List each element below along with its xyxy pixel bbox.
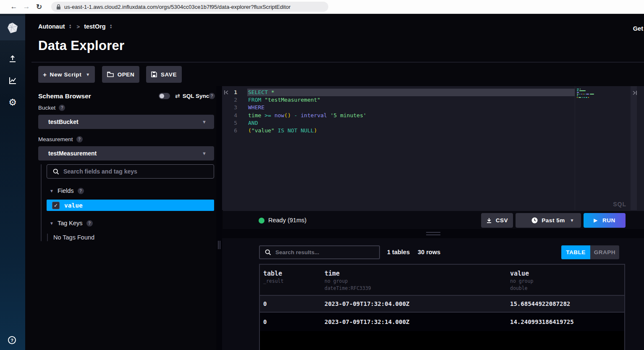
results-search-input[interactable] xyxy=(275,249,368,255)
column-header: valueno groupdouble xyxy=(507,265,624,295)
schema-search-box xyxy=(47,164,214,179)
line-number: 5 xyxy=(222,119,241,127)
schema-search-input[interactable] xyxy=(63,168,189,175)
influxdb-logo[interactable] xyxy=(0,16,25,40)
field-item-label: value xyxy=(64,202,83,209)
browser-reload-icon[interactable]: ↻ xyxy=(33,3,45,11)
breadcrumb-org[interactable]: testOrg xyxy=(84,23,106,30)
tab-graph[interactable]: GRAPH xyxy=(590,245,619,259)
line-number: 6 xyxy=(222,127,241,134)
get-credit-link[interactable]: Get xyxy=(633,25,643,32)
play-icon: ▶ xyxy=(594,218,597,223)
download-icon xyxy=(486,218,492,224)
code-text: WHERE xyxy=(241,104,264,111)
bucket-selected-value: testBucket xyxy=(48,118,79,125)
field-checkbox[interactable]: ✓ xyxy=(52,202,60,209)
tables-count: 1 tables xyxy=(387,249,410,255)
results-panel: 1 tables 30 rows TABLE GRAPH table_resul… xyxy=(222,238,644,350)
chevron-down-icon: ▼ xyxy=(202,151,207,156)
new-script-button[interactable]: + New Script ▼ xyxy=(38,66,95,83)
code-line[interactable]: 3WHERE xyxy=(222,104,644,111)
table-cell: 2023-07-09T17:32:14.000Z xyxy=(321,318,507,325)
tag-keys-collapse-icon[interactable]: ▼ xyxy=(50,221,54,226)
influxdb-cube-icon xyxy=(7,22,18,34)
fields-help-icon[interactable]: ? xyxy=(78,188,84,194)
line-chart-icon xyxy=(8,76,17,85)
account-switcher-icon[interactable]: ▲▼ xyxy=(69,24,72,29)
browser-chrome: ← → ↻ us-east-1-1.aws.cloud2.influxdata.… xyxy=(0,0,644,14)
chevron-down-icon: ▼ xyxy=(202,119,207,124)
table-cell: 0 xyxy=(260,300,321,307)
bucket-help-icon[interactable]: ? xyxy=(59,105,65,111)
save-button[interactable]: SAVE xyxy=(146,66,182,83)
clock-icon xyxy=(531,217,538,224)
breadcrumb-account[interactable]: Autonaut xyxy=(38,23,65,30)
vertical-drag-handle[interactable] xyxy=(218,241,220,249)
measurement-help-icon[interactable]: ? xyxy=(76,136,83,142)
chevron-down-icon: ▼ xyxy=(570,218,574,223)
open-label: OPEN xyxy=(118,71,135,78)
table-row[interactable]: 02023-07-09T17:32:14.000Z14.240993186419… xyxy=(260,313,624,331)
chevron-down-icon: ▼ xyxy=(86,72,90,77)
code-line[interactable]: 4time >= now() - interval '5 minutes' xyxy=(222,112,644,119)
browser-forward-icon[interactable]: → xyxy=(20,3,33,11)
column-header: table_result xyxy=(260,265,321,295)
schema-browser-panel: Schema Browser ⇄ SQL Sync ? Bucket ? tes… xyxy=(38,92,214,241)
table-row[interactable]: 02023-07-09T17:32:04.000Z15.685449220872… xyxy=(260,296,624,313)
minimap[interactable] xyxy=(577,89,594,99)
checkmark-icon: ✓ xyxy=(54,203,58,208)
tag-keys-label: Tag Keys xyxy=(58,220,83,226)
sql-editor[interactable]: 1SELECT *2FROM "testMeasurement"3WHERE4t… xyxy=(222,86,644,210)
horizontal-drag-handle[interactable] xyxy=(426,232,440,235)
query-status-text: Ready (91ms) xyxy=(268,217,306,224)
field-item-value[interactable]: ✓ value xyxy=(47,200,214,211)
rows-count: 30 rows xyxy=(418,249,440,255)
breadcrumb: Autonaut ▲▼ > testOrg ▲▼ xyxy=(38,23,117,30)
results-splitter[interactable] xyxy=(222,229,644,238)
tag-keys-list: No Tags Found xyxy=(47,234,214,241)
sidebar-item-load-data[interactable] xyxy=(0,48,25,70)
editor-language-badge: SQL xyxy=(613,201,626,208)
browser-address-bar[interactable]: us-east-1-1.aws.cloud2.influxdata.com/or… xyxy=(51,2,328,12)
tab-table[interactable]: TABLE xyxy=(561,245,590,259)
line-number: 3 xyxy=(222,104,241,111)
time-range-dropdown[interactable]: Past 5m ▼ xyxy=(516,213,581,228)
results-table-body: 02023-07-09T17:32:04.000Z15.685449220872… xyxy=(260,296,624,331)
table-cell: 14.240993186419725 xyxy=(507,318,624,325)
time-range-label: Past 5m xyxy=(542,217,565,224)
help-button[interactable]: ? xyxy=(8,336,16,344)
question-mark-icon: ? xyxy=(10,338,13,343)
search-icon xyxy=(53,168,59,175)
status-dot-icon xyxy=(259,218,264,224)
fields-collapse-icon[interactable]: ▼ xyxy=(50,189,54,193)
gear-icon: ⚙ xyxy=(8,98,17,107)
folder-icon xyxy=(107,71,114,77)
tag-keys-group-header: ▼ Tag Keys ? xyxy=(47,220,214,226)
sidebar-item-settings[interactable]: ⚙ xyxy=(0,92,25,113)
browser-back-icon[interactable]: ← xyxy=(8,3,20,11)
sql-sync-toggle[interactable] xyxy=(159,93,170,99)
org-switcher-icon[interactable]: ▲▼ xyxy=(110,24,113,29)
code-line[interactable]: 5AND xyxy=(222,119,644,127)
app: ⚙ ? Autonaut ▲▼ > testOrg ▲▼ Get Data Ex… xyxy=(0,14,644,350)
tag-keys-help-icon[interactable]: ? xyxy=(86,220,93,226)
sql-sync-help-icon[interactable]: ? xyxy=(209,93,215,99)
query-status-bar: Ready (91ms) CSV xyxy=(223,210,644,229)
header-divider xyxy=(31,62,644,63)
csv-download-button[interactable]: CSV xyxy=(481,213,513,228)
code-text: ("value" IS NOT NULL) xyxy=(241,127,317,134)
bucket-select[interactable]: testBucket ▼ xyxy=(38,115,214,129)
code-text: SELECT * xyxy=(241,89,275,96)
code-line[interactable]: 6("value" IS NOT NULL) xyxy=(222,127,644,134)
code-text: FROM "testMeasurement" xyxy=(241,96,320,104)
open-button[interactable]: OPEN xyxy=(102,66,139,83)
sidebar-item-data-explorer[interactable] xyxy=(0,70,25,92)
code-text: AND xyxy=(241,119,258,127)
collapse-right-icon[interactable] xyxy=(632,90,637,95)
run-query-button[interactable]: ▶ RUN xyxy=(584,213,626,228)
column-header: timeno groupdateTime:RFC3339 xyxy=(321,265,507,295)
table-cell: 2023-07-09T17:32:04.000Z xyxy=(321,300,507,307)
plus-icon: + xyxy=(43,71,47,78)
save-icon xyxy=(151,71,157,77)
measurement-select[interactable]: testMeasurement ▼ xyxy=(38,146,214,161)
